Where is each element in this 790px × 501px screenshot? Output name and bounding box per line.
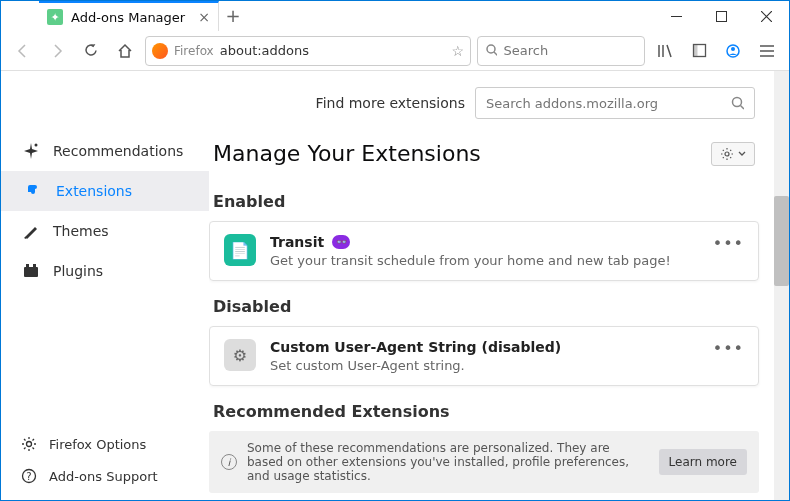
sidebar-item-themes[interactable]: Themes [1, 211, 209, 251]
toolbar: Firefox ☆ [1, 31, 789, 71]
settings-dropdown[interactable] [711, 142, 755, 166]
home-button[interactable] [111, 37, 139, 65]
close-window-button[interactable] [744, 1, 789, 31]
gear-icon [720, 147, 734, 161]
disabled-heading: Disabled [213, 297, 755, 316]
search-input[interactable] [503, 43, 636, 58]
maximize-button[interactable] [699, 1, 744, 31]
firefox-icon [152, 43, 168, 59]
search-icon [731, 96, 744, 110]
footer-label: Add-ons Support [49, 469, 158, 484]
sidebar-button[interactable] [685, 37, 713, 65]
new-tab-button[interactable]: + [219, 1, 247, 29]
search-icon [486, 44, 497, 57]
extension-card-uastring[interactable]: ⚙ Custom User-Agent String (disabled) Se… [209, 326, 759, 386]
menu-button[interactable] [753, 37, 781, 65]
chevron-down-icon [738, 151, 746, 156]
sidebar-item-recommendations[interactable]: Recommendations [1, 131, 209, 171]
svg-point-15 [725, 152, 729, 156]
puzzle-icon [24, 181, 44, 201]
sparkle-icon [21, 141, 41, 161]
titlebar: ✦ Add-ons Manager × + [1, 1, 789, 31]
sidebar-item-label: Extensions [56, 183, 132, 199]
sidebar-item-label: Themes [53, 223, 109, 239]
close-icon[interactable]: × [198, 9, 210, 25]
info-text: Some of these recommendations are person… [247, 441, 649, 483]
scrollbar-thumb[interactable] [774, 196, 789, 286]
extension-menu-button[interactable]: ••• [713, 234, 744, 253]
account-button[interactable] [719, 37, 747, 65]
tab-title: Add-ons Manager [71, 10, 185, 25]
addon-favicon: ✦ [47, 9, 63, 25]
minimize-button[interactable] [654, 1, 699, 31]
info-banner: i Some of these recommendations are pers… [209, 431, 759, 493]
transit-icon: 📄 [224, 234, 256, 266]
extension-desc: Get your transit schedule from your home… [270, 253, 699, 268]
extension-desc: Set custom User-Agent string. [270, 358, 699, 373]
footer-label: Firefox Options [49, 437, 146, 452]
svg-rect-9 [26, 264, 29, 268]
sidebar-item-extensions[interactable]: Extensions [1, 171, 209, 211]
back-button[interactable] [9, 37, 37, 65]
reload-button[interactable] [77, 37, 105, 65]
gear-2-icon: ⚙ [224, 339, 256, 371]
sidebar-item-label: Recommendations [53, 143, 183, 159]
extension-name: Custom User-Agent String (disabled) [270, 339, 561, 355]
svg-text:?: ? [26, 471, 31, 482]
svg-rect-1 [717, 11, 727, 21]
library-button[interactable] [651, 37, 679, 65]
svg-rect-8 [24, 267, 38, 277]
brush-icon [21, 221, 41, 241]
search-extensions-field[interactable] [475, 87, 755, 119]
recommended-heading: Recommended Extensions [213, 402, 755, 421]
url-bar[interactable]: Firefox ☆ [145, 36, 471, 66]
gear-icon [21, 436, 37, 452]
extension-name: Transit [270, 234, 324, 250]
bookmark-icon[interactable]: ☆ [451, 43, 464, 59]
enabled-heading: Enabled [213, 192, 755, 211]
svg-point-11 [27, 442, 32, 447]
sidebar-item-label: Plugins [53, 263, 103, 279]
private-badge-icon: 👓 [332, 235, 350, 249]
svg-point-14 [732, 98, 741, 107]
svg-rect-10 [33, 264, 36, 268]
sidebar-item-plugins[interactable]: Plugins [1, 251, 209, 291]
search-bar[interactable] [477, 36, 645, 66]
firefox-options-link[interactable]: Firefox Options [1, 428, 209, 460]
main-content: Find more extensions Manage Your Extensi… [209, 71, 789, 500]
svg-point-6 [731, 47, 735, 51]
page-title: Manage Your Extensions [213, 141, 481, 166]
search-extensions-input[interactable] [486, 96, 731, 111]
learn-more-button[interactable]: Learn more [659, 449, 747, 475]
addons-support-link[interactable]: ? Add-ons Support [1, 460, 209, 492]
help-icon: ? [21, 468, 37, 484]
svg-rect-0 [671, 16, 682, 17]
svg-rect-4 [693, 45, 697, 57]
extension-card-transit[interactable]: 📄 Transit 👓 Get your transit schedule fr… [209, 221, 759, 281]
plugin-icon [21, 261, 41, 281]
sidebar: Recommendations Extensions Themes Plugin… [1, 71, 209, 500]
info-icon: i [221, 454, 237, 470]
forward-button[interactable] [43, 37, 71, 65]
extension-menu-button[interactable]: ••• [713, 339, 744, 358]
svg-point-7 [35, 144, 38, 147]
browser-tab[interactable]: ✦ Add-ons Manager × [39, 1, 219, 31]
url-prefix: Firefox [174, 44, 214, 58]
svg-point-2 [487, 45, 495, 53]
url-input[interactable] [220, 43, 446, 58]
find-more-label: Find more extensions [316, 95, 465, 111]
